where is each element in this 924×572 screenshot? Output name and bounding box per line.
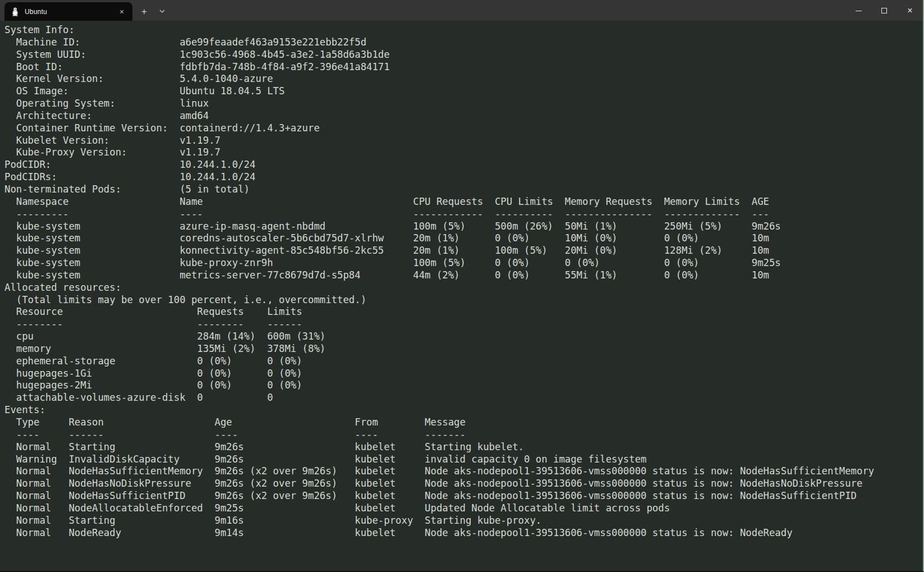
new-tab-button[interactable]: + (136, 2, 153, 21)
terminal-line: Machine ID: a6e99feaadef463a9153e221ebb2… (4, 36, 923, 49)
terminal-line: Boot ID: fdbfb7da-748b-4f84-a9f2-396e41a… (4, 61, 923, 74)
terminal-line: attachable-volumes-azure-disk 0 0 (4, 392, 923, 404)
terminal-line: Type Reason Age From Message (4, 417, 923, 429)
minimize-icon (856, 11, 862, 11)
terminal-line: Normal Starting 9m26s kubelet Starting k… (4, 441, 923, 454)
chevron-down-icon (159, 7, 166, 17)
close-button[interactable]: × (897, 0, 923, 21)
terminal-line: Architecture: amd64 (4, 110, 923, 122)
terminal-line: kube-system kube-proxy-znr9h 100m (5%) 0… (4, 257, 923, 269)
titlebar[interactable]: Ubuntu × + × (0, 0, 923, 21)
terminal-window: Ubuntu × + × System Info: Machine ID: a6… (0, 0, 924, 572)
terminal-line: memory 135Mi (2%) 378Mi (8%) (4, 343, 923, 355)
terminal-line: Normal NodeAllocatableEnforced 9m25s kub… (4, 502, 923, 515)
maximize-icon (881, 8, 887, 13)
terminal-line: Container Runtime Version: containerd://… (4, 122, 923, 135)
tab-title: Ubuntu (25, 8, 114, 16)
terminal-line: ephemeral-storage 0 (0%) 0 (0%) (4, 355, 923, 368)
terminal-line: Normal NodeHasNoDiskPressure 9m26s (x2 o… (4, 478, 923, 490)
tab-close-icon[interactable]: × (114, 6, 129, 18)
terminal-line: Allocated resources: (4, 282, 923, 294)
tab-dropdown-button[interactable] (154, 2, 171, 21)
terminal-line: Kernel Version: 5.4.0-1040-azure (4, 73, 923, 85)
terminal-line: Normal NodeHasSufficientPID 9m26s (x2 ov… (4, 490, 923, 502)
terminal-line: -------- -------- ------ (4, 318, 923, 331)
terminal-line: cpu 284m (14%) 600m (31%) (4, 331, 923, 343)
terminal-line: kube-system coredns-autoscaler-5b6cbd75d… (4, 232, 923, 245)
terminal-line: OS Image: Ubuntu 18.04.5 LTS (4, 85, 923, 98)
maximize-button[interactable] (871, 0, 897, 21)
terminal-line: --------- ---- ------------ ---------- -… (4, 208, 923, 221)
terminal-line: Normal NodeReady 9m14s kubelet Node aks-… (4, 527, 923, 539)
terminal-screen[interactable]: System Info: Machine ID: a6e99feaadef463… (0, 21, 923, 571)
terminal-line: Operating System: linux (4, 98, 923, 110)
terminal-line: Normal Starting 9m16s kube-proxy Startin… (4, 515, 923, 527)
terminal-line: (Total limits may be over 100 percent, i… (4, 294, 923, 306)
terminal-line: Events: (4, 404, 923, 417)
terminal-line: System UUID: 1c903c56-4968-4b45-a3e2-1a5… (4, 49, 923, 61)
terminal-line: Kube-Proxy Version: v1.19.7 (4, 147, 923, 159)
terminal-line: PodCIDRs: 10.244.1.0/24 (4, 171, 923, 184)
terminal-line: PodCIDR: 10.244.1.0/24 (4, 159, 923, 171)
terminal-line: hugepages-2Mi 0 (0%) 0 (0%) (4, 379, 923, 392)
minimize-button[interactable] (845, 0, 871, 21)
terminal-line: ---- ------ ---- ---- ------- (4, 429, 923, 441)
terminal-line: Kubelet Version: v1.19.7 (4, 135, 923, 147)
titlebar-drag-area[interactable] (171, 0, 845, 21)
terminal-line: kube-system metrics-server-77c8679d7d-s5… (4, 269, 923, 282)
terminal-line: Resource Requests Limits (4, 306, 923, 318)
tux-penguin-icon (11, 7, 19, 16)
terminal-line: kube-system azure-ip-masq-agent-nbdmd 10… (4, 221, 923, 233)
terminal-line: Normal NodeHasSufficientMemory 9m26s (x2… (4, 465, 923, 478)
terminal-line: System Info: (4, 24, 923, 36)
terminal-line: Non-terminated Pods: (5 in total) (4, 184, 923, 196)
close-icon: × (907, 6, 912, 15)
terminal-line: Warning InvalidDiskCapacity 9m26s kubele… (4, 454, 923, 466)
terminal-line: kube-system konnectivity-agent-85c548bf5… (4, 245, 923, 257)
tab-ubuntu[interactable]: Ubuntu × (4, 2, 132, 21)
terminal-line: hugepages-1Gi 0 (0%) 0 (0%) (4, 368, 923, 380)
terminal-line: Namespace Name CPU Requests CPU Limits M… (4, 196, 923, 208)
